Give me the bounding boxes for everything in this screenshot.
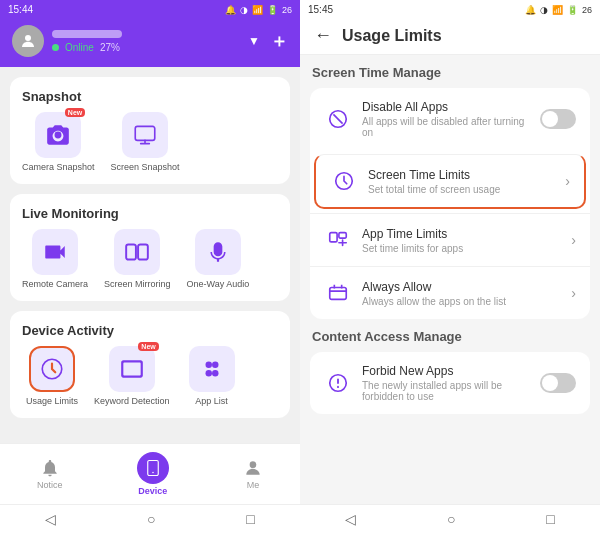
device-activity-title: Device Activity (22, 323, 278, 338)
svg-rect-3 (138, 244, 148, 259)
screen-snapshot-icon-box (122, 112, 168, 158)
one-way-audio-icon-box (195, 229, 241, 275)
nav-notice[interactable]: Notice (37, 458, 63, 490)
nav-device-icon (137, 452, 169, 484)
nav-me-label: Me (247, 480, 260, 490)
dropdown-arrow-icon[interactable]: ▼ (248, 34, 260, 48)
right-top-icons: 🔔 ◑ 📶 🔋 26 (525, 5, 592, 15)
keyword-detection-label: Keyword Detection (94, 396, 170, 406)
svg-point-0 (25, 35, 31, 41)
back-system-btn[interactable]: ◁ (45, 511, 56, 527)
app-time-limits-item[interactable]: App Time Limits Set time limits for apps… (310, 213, 590, 266)
recents-system-btn[interactable]: □ (246, 511, 254, 527)
disable-all-apps-icon (324, 105, 352, 133)
screen-time-limits-subtitle: Set total time of screen usage (368, 184, 555, 195)
always-allow-title: Always Allow (362, 280, 561, 294)
camera-snapshot-item[interactable]: New Camera Snapshot (22, 112, 95, 172)
live-monitoring-grid: Remote Camera Screen Mirroring One-Way A… (22, 229, 278, 289)
bottom-nav: Notice Device Me (0, 443, 300, 504)
nav-notice-label: Notice (37, 480, 63, 490)
battery-pct: 27% (100, 42, 120, 53)
screen-time-limits-icon (330, 167, 358, 195)
forbid-new-apps-icon (324, 369, 352, 397)
left-header: Online 27% ▼ ＋ (0, 17, 300, 67)
always-allow-chevron-icon: › (571, 285, 576, 301)
snapshot-section: Snapshot New Camera Snapshot Screen Snap… (10, 77, 290, 184)
home-system-btn[interactable]: ○ (147, 511, 155, 527)
nav-device[interactable]: Device (137, 452, 169, 496)
content-access-card: Forbid New Apps The newly installed apps… (310, 352, 590, 414)
device-activity-grid: Usage Limits New Keyword Detection App L… (22, 346, 278, 406)
app-time-limits-icon (324, 226, 352, 254)
svg-point-9 (212, 370, 219, 377)
right-time: 15:45 (308, 4, 333, 15)
disable-all-apps-title: Disable All Apps (362, 100, 530, 114)
svg-point-11 (152, 472, 154, 474)
one-way-audio-label: One-Way Audio (187, 279, 250, 289)
svg-point-6 (205, 361, 212, 368)
snapshot-grid: New Camera Snapshot Screen Snapshot (22, 112, 278, 172)
right-system-nav: ◁ ○ □ (300, 504, 600, 533)
right-home-btn[interactable]: ○ (447, 511, 455, 527)
svg-rect-18 (330, 288, 347, 300)
content-access-section-title: Content Access Manage (310, 329, 590, 344)
app-list-label: App List (195, 396, 228, 406)
keyword-detection-item[interactable]: New Keyword Detection (94, 346, 170, 406)
svg-rect-16 (330, 233, 337, 242)
left-system-nav: ◁ ○ □ (0, 504, 300, 533)
snapshot-title: Snapshot (22, 89, 278, 104)
right-status-bar: 15:45 🔔 ◑ 📶 🔋 26 (300, 0, 600, 17)
usage-limits-icon-box (29, 346, 75, 392)
left-status-bar: 15:44 🔔 ◑ 📶 🔋 26 (0, 0, 300, 17)
remote-camera-item[interactable]: Remote Camera (22, 229, 88, 289)
screen-time-card: Disable All Apps All apps will be disabl… (310, 88, 590, 319)
disable-all-apps-toggle[interactable] (540, 109, 576, 129)
left-content: Snapshot New Camera Snapshot Screen Snap… (0, 67, 300, 443)
screen-mirroring-icon-box (114, 229, 160, 275)
screen-mirroring-item[interactable]: Screen Mirroring (104, 229, 171, 289)
screen-time-limits-title: Screen Time Limits (368, 168, 555, 182)
screen-time-section-title: Screen Time Manage (310, 65, 590, 80)
left-panel: 15:44 🔔 ◑ 📶 🔋 26 Online 27% ▼ (0, 0, 300, 533)
svg-point-7 (212, 361, 219, 368)
screen-snapshot-item[interactable]: Screen Snapshot (111, 112, 180, 172)
svg-point-12 (250, 461, 257, 468)
remote-camera-icon-box (32, 229, 78, 275)
always-allow-icon (324, 279, 352, 307)
add-button[interactable]: ＋ (270, 29, 288, 53)
right-back-btn[interactable]: ◁ (345, 511, 356, 527)
app-list-icon-box (189, 346, 235, 392)
forbid-new-apps-item[interactable]: Forbid New Apps The newly installed apps… (310, 352, 590, 414)
forbid-new-apps-title: Forbid New Apps (362, 364, 530, 378)
disable-all-apps-item[interactable]: Disable All Apps All apps will be disabl… (310, 88, 590, 150)
screen-time-limits-item[interactable]: Screen Time Limits Set total time of scr… (314, 154, 586, 209)
forbid-new-apps-toggle[interactable] (540, 373, 576, 393)
app-time-limits-chevron-icon: › (571, 232, 576, 248)
always-allow-item[interactable]: Always Allow Always allow the apps on th… (310, 266, 590, 319)
forbid-new-apps-subtitle: The newly installed apps will be forbidd… (362, 380, 530, 402)
one-way-audio-item[interactable]: One-Way Audio (187, 229, 250, 289)
back-button[interactable]: ← (314, 25, 332, 46)
app-time-limits-title: App Time Limits (362, 227, 561, 241)
app-time-limits-subtitle: Set time limits for apps (362, 243, 561, 254)
svg-rect-2 (126, 244, 136, 259)
screen-time-limits-chevron-icon: › (565, 173, 570, 189)
svg-point-8 (205, 370, 212, 377)
usage-limits-label: Usage Limits (26, 396, 78, 406)
left-time: 15:44 (8, 4, 33, 15)
usage-limits-item[interactable]: Usage Limits (22, 346, 82, 406)
right-recents-btn[interactable]: □ (546, 511, 554, 527)
svg-rect-17 (339, 233, 346, 239)
right-header: ← Usage Limits (300, 17, 600, 55)
username-bar (52, 30, 122, 38)
disable-all-apps-subtitle: All apps will be disabled after turning … (362, 116, 530, 138)
camera-snapshot-label: Camera Snapshot (22, 162, 95, 172)
app-list-item[interactable]: App List (182, 346, 242, 406)
screen-mirroring-label: Screen Mirroring (104, 279, 171, 289)
online-dot (52, 44, 59, 51)
right-content: Screen Time Manage Disable All Apps All … (300, 55, 600, 504)
device-activity-section: Device Activity Usage Limits New Keyword… (10, 311, 290, 418)
nav-me[interactable]: Me (243, 458, 263, 490)
nav-device-label: Device (138, 486, 167, 496)
right-page-title: Usage Limits (342, 27, 442, 45)
